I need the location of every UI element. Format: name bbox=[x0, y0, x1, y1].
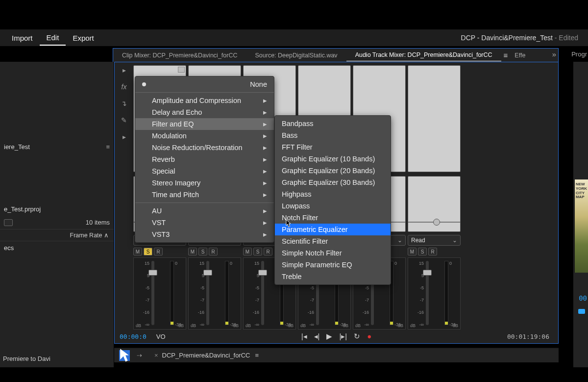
collapse-icon[interactable]: ▸ bbox=[122, 133, 126, 141]
mute-button[interactable]: M bbox=[408, 248, 416, 255]
submenu-item-lowpass[interactable]: Lowpass bbox=[275, 200, 391, 212]
column-frame-rate[interactable]: Frame Rate ∧ bbox=[0, 229, 114, 241]
search-icon[interactable] bbox=[4, 219, 13, 226]
project-title: DCP - Davinci&Premiere_Test - Edited bbox=[461, 34, 578, 42]
tab-audio-track-mixer[interactable]: Audio Track Mixer: DCP_Premiere&Davinci_… bbox=[346, 49, 501, 61]
menu-item-delay[interactable]: Delay and Echo▸ bbox=[135, 106, 274, 118]
menu-item-stereo[interactable]: Stereo Imagery▸ bbox=[135, 177, 274, 189]
menu-item-none[interactable]: None bbox=[135, 78, 274, 90]
menu-item-reverb[interactable]: Reverb▸ bbox=[135, 153, 274, 165]
menu-item-time-pitch[interactable]: Time and Pitch▸ bbox=[135, 189, 274, 201]
record-icon[interactable]: ● bbox=[367, 332, 371, 341]
expand-panels-icon[interactable]: » bbox=[552, 50, 556, 58]
menu-item-filter-eq[interactable]: Filter and EQ▸ bbox=[135, 118, 274, 130]
record-button[interactable]: R bbox=[209, 248, 218, 255]
fx-insert-slot[interactable] bbox=[408, 65, 461, 172]
submenu-item-geq30[interactable]: Graphic Equalizer (30 Bands) bbox=[275, 177, 391, 188]
step-forward-icon[interactable]: |▸| bbox=[339, 332, 347, 341]
insert-dropdown-icon[interactable] bbox=[178, 67, 185, 73]
tab-source[interactable]: Source: DeepDigitalStatic.wav bbox=[246, 50, 346, 61]
solo-button[interactable]: S bbox=[418, 248, 427, 255]
tab-clip-mixer[interactable]: Clip Mixer: DCP_Premiere&Davinci_forCC bbox=[113, 50, 246, 61]
submenu-item-simple-para[interactable]: Simple Parametric EQ bbox=[275, 259, 391, 271]
submenu-item-geq20[interactable]: Graphic Equalizer (20 Bands) bbox=[275, 165, 391, 177]
submenu-item-parametric-eq[interactable]: Parametric Equalizer bbox=[275, 224, 391, 235]
project-file[interactable]: e_Test.prproj bbox=[4, 205, 41, 213]
program-timecode: 00 bbox=[579, 294, 587, 302]
fx-icon[interactable]: fx bbox=[122, 83, 127, 91]
record-button[interactable]: R bbox=[154, 248, 163, 255]
sort-chevron-icon: ∧ bbox=[104, 232, 109, 239]
bottom-blackbar bbox=[0, 367, 588, 382]
level-meter bbox=[170, 261, 174, 325]
mute-button[interactable]: M bbox=[188, 248, 197, 255]
timecode-out: 00:01:19:06 bbox=[507, 333, 549, 340]
record-button[interactable]: R bbox=[264, 248, 272, 255]
workspace-export[interactable]: Export bbox=[66, 31, 100, 45]
menu-item-au[interactable]: AU▸ bbox=[135, 205, 274, 217]
solo-button[interactable]: S bbox=[144, 248, 152, 255]
sends-icon[interactable]: ↴ bbox=[121, 100, 127, 107]
submenu-item-bass[interactable]: Bass bbox=[275, 129, 391, 141]
solo-button[interactable]: S bbox=[253, 248, 262, 255]
loop-icon[interactable]: ↻ bbox=[354, 332, 360, 341]
play-icon[interactable]: ▶ bbox=[326, 332, 332, 341]
fx-category-menu: None Amplitude and Compression▸ Delay an… bbox=[135, 76, 274, 243]
program-monitor-sliver: NEW YORK CITY MAP bbox=[573, 62, 588, 367]
workspace-bar: Import Edit Export DCP - Davinci&Premier… bbox=[0, 29, 588, 46]
ripple-edit-tool-icon[interactable]: ⇢ bbox=[134, 350, 145, 361]
menu-item-amplitude[interactable]: Amplitude and Compression▸ bbox=[135, 95, 274, 106]
mixer-transport: 00:00:0 VO |◂ ◂| ▶ |▸| ↻ ● 00:01:19:06 bbox=[120, 331, 553, 342]
tab-effects[interactable]: Effe bbox=[508, 50, 534, 61]
mute-button[interactable]: M bbox=[133, 248, 142, 255]
workspace-import[interactable]: Import bbox=[5, 31, 40, 45]
sequence-tab[interactable]: DCP_Premiere&Davinci_forCC bbox=[162, 352, 250, 359]
project-item-row[interactable]: ecs bbox=[0, 241, 114, 255]
go-to-in-icon[interactable]: |◂ bbox=[301, 332, 307, 341]
record-button[interactable]: R bbox=[428, 248, 437, 255]
submenu-arrow-icon: ▸ bbox=[263, 97, 267, 104]
panel-tab-bar: Clip Mixer: DCP_Premiere&Davinci_forCC S… bbox=[113, 48, 559, 62]
volume-fader[interactable]: 155-5-7-16-∞ dB 0-36 dB bbox=[188, 257, 241, 330]
submenu-item-notch[interactable]: Notch Filter bbox=[275, 212, 391, 224]
filter-eq-submenu: Bandpass Bass FFT Filter Graphic Equaliz… bbox=[274, 115, 391, 285]
step-back-icon[interactable]: ◂| bbox=[314, 332, 320, 341]
submenu-item-fft[interactable]: FFT Filter bbox=[275, 141, 391, 153]
menu-item-special[interactable]: Special▸ bbox=[135, 165, 274, 177]
mute-button[interactable]: M bbox=[243, 248, 252, 255]
solo-button[interactable]: S bbox=[198, 248, 207, 255]
close-sequence-icon[interactable]: × bbox=[154, 352, 158, 359]
chevron-down-icon: ⌄ bbox=[397, 237, 402, 244]
program-frame-thumbnail: NEW YORK CITY MAP bbox=[574, 179, 588, 273]
selection-tool-icon[interactable] bbox=[119, 350, 130, 361]
pan-control[interactable] bbox=[408, 176, 461, 232]
submenu-item-bandpass[interactable]: Bandpass bbox=[275, 118, 391, 129]
submenu-item-scientific[interactable]: Scientific Filter bbox=[275, 235, 391, 247]
playhead-marker-icon[interactable] bbox=[578, 309, 585, 314]
mixer-side-tools: ▸ fx ↴ ✎ ▸ bbox=[118, 66, 130, 141]
submenu-item-treble[interactable]: Treble bbox=[275, 271, 391, 282]
sequence-menu-icon[interactable]: ≡ bbox=[255, 352, 259, 359]
menu-item-vst[interactable]: VST▸ bbox=[135, 217, 274, 229]
submenu-item-highpass[interactable]: Highpass bbox=[275, 188, 391, 200]
automation-mode-select[interactable]: Read⌄ bbox=[408, 235, 461, 246]
timecode-in[interactable]: 00:00:0 bbox=[120, 333, 147, 340]
panel-menu-icon[interactable]: ≡ bbox=[504, 51, 508, 59]
submenu-item-simple-notch[interactable]: Simple Notch Filter bbox=[275, 247, 391, 259]
bin-name[interactable]: iere_Test bbox=[4, 143, 30, 151]
submenu-item-geq10[interactable]: Graphic Equalizer (10 Bands) bbox=[275, 153, 391, 165]
menu-item-vst3[interactable]: VST3▸ bbox=[135, 229, 274, 240]
menu-item-modulation[interactable]: Modulation▸ bbox=[135, 130, 274, 142]
menu-item-noise[interactable]: Noise Reduction/Restoration▸ bbox=[135, 142, 274, 153]
menu-separator bbox=[135, 203, 274, 203]
panel-menu-icon[interactable]: ≡ bbox=[106, 143, 110, 151]
bin-premiere-to-davi[interactable]: Premiere to Davi bbox=[3, 355, 50, 362]
tab-program[interactable]: Progr bbox=[571, 51, 587, 58]
volume-fader[interactable]: 155-5-7-16-∞ dB 0-36 dB bbox=[408, 257, 461, 330]
show-effects-toggle-icon[interactable]: ▸ bbox=[122, 66, 126, 74]
window-blackbar bbox=[0, 0, 588, 29]
volume-fader[interactable]: 155-5-7-16-∞ dB 0-36 dB bbox=[133, 257, 186, 330]
channel-strip-6: Read⌄ MSR 155-5-7-16-∞ dB 0-36 dB bbox=[408, 65, 461, 330]
automation-icon[interactable]: ✎ bbox=[121, 116, 127, 124]
workspace-edit[interactable]: Edit bbox=[40, 30, 66, 46]
